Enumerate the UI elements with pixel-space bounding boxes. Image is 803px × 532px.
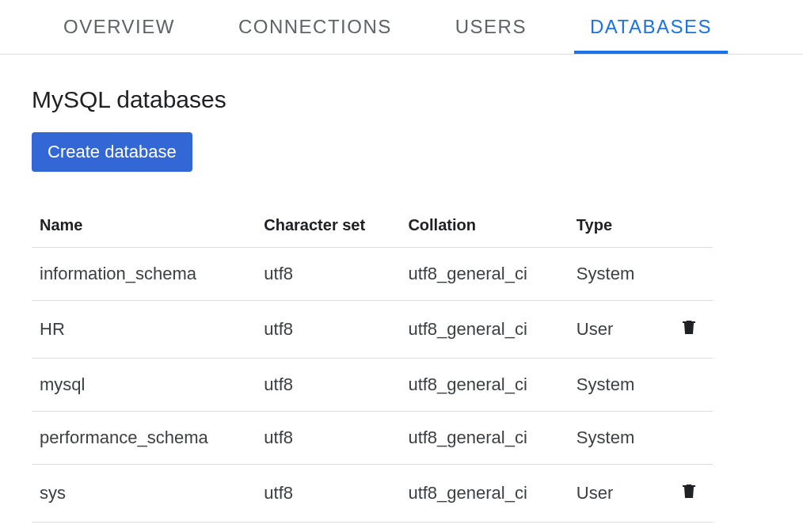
cell-charset: utf8 xyxy=(256,465,400,522)
trash-icon[interactable] xyxy=(679,317,698,337)
table-header-name: Name xyxy=(32,203,256,248)
cell-charset: utf8 xyxy=(256,248,400,301)
cell-collation: utf8_general_ci xyxy=(400,301,568,359)
cell-type: User xyxy=(569,301,664,359)
cell-charset: utf8 xyxy=(256,301,400,359)
databases-table: Name Character set Collation Type inform… xyxy=(32,203,713,522)
table-row: performance_schemautf8utf8_general_ciSys… xyxy=(32,412,713,465)
tab-bar: OVERVIEW CONNECTIONS USERS DATABASES xyxy=(0,0,803,55)
table-header-type: Type xyxy=(569,203,664,248)
cell-collation: utf8_general_ci xyxy=(400,359,568,412)
cell-type: System xyxy=(569,359,664,412)
cell-type: System xyxy=(569,248,664,301)
table-header-action xyxy=(664,203,713,248)
cell-charset: utf8 xyxy=(256,412,400,465)
cell-type: System xyxy=(569,412,664,465)
cell-action xyxy=(664,359,713,412)
table-header-collation: Collation xyxy=(400,203,568,248)
content-area: MySQL databases Create database Name Cha… xyxy=(0,55,803,532)
cell-action xyxy=(664,465,713,522)
table-row: HRutf8utf8_general_ciUser xyxy=(32,301,713,359)
cell-collation: utf8_general_ci xyxy=(400,412,568,465)
cell-collation: utf8_general_ci xyxy=(400,248,568,301)
cell-name: information_schema xyxy=(32,248,256,301)
cell-collation: utf8_general_ci xyxy=(400,465,568,522)
create-database-button[interactable]: Create database xyxy=(32,132,192,172)
cell-charset: utf8 xyxy=(256,359,400,412)
cell-name: mysql xyxy=(32,359,256,412)
table-header-charset: Character set xyxy=(256,203,400,248)
cell-name: performance_schema xyxy=(32,412,256,465)
tab-overview[interactable]: OVERVIEW xyxy=(63,16,175,54)
tab-connections[interactable]: CONNECTIONS xyxy=(238,16,392,54)
cell-type: User xyxy=(569,465,664,522)
cell-name: sys xyxy=(32,465,256,522)
tab-users[interactable]: USERS xyxy=(455,16,527,54)
trash-icon[interactable] xyxy=(679,481,698,501)
table-row: information_schemautf8utf8_general_ciSys… xyxy=(32,248,713,301)
cell-action xyxy=(664,301,713,359)
tab-databases[interactable]: DATABASES xyxy=(590,16,712,54)
table-row: mysqlutf8utf8_general_ciSystem xyxy=(32,359,713,412)
cell-action xyxy=(664,412,713,465)
table-row: sysutf8utf8_general_ciUser xyxy=(32,465,713,522)
cell-name: HR xyxy=(32,301,256,359)
section-title: MySQL databases xyxy=(32,86,771,113)
cell-action xyxy=(664,248,713,301)
